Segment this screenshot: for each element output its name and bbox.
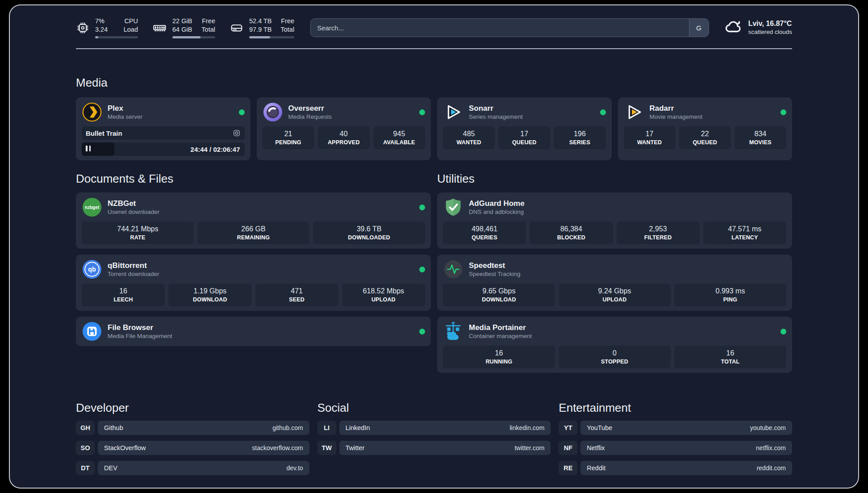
link-tag: LI: [317, 421, 336, 435]
link-name: Twitter: [346, 444, 365, 451]
memory-total-label: Total: [201, 25, 215, 34]
app-name: qBittorrent: [108, 261, 159, 270]
search-engine-button[interactable]: G: [689, 19, 709, 37]
app-desc: DNS and adblocking: [469, 208, 525, 216]
plex-playback-progress: 24:44 / 02:06:47: [82, 142, 245, 156]
link-url: dev.to: [287, 464, 303, 472]
qbittorrent-card[interactable]: qb qBittorrent Torrent downloader 16LEEC…: [76, 255, 431, 311]
section-title-documents: Documents & Files: [76, 171, 431, 186]
stat-box: 945AVAILABLE: [373, 126, 425, 149]
search-input[interactable]: [311, 24, 689, 32]
stat-box: 0.993 msPING: [674, 284, 786, 306]
overseerr-card[interactable]: Overseerr Media Requests 21PENDING 40APP…: [257, 97, 431, 160]
weather-condition: scattered clouds: [748, 28, 792, 36]
link-tag: DT: [76, 461, 95, 475]
stat-label: QUEUED: [681, 139, 729, 146]
dashboard-panel: 7%CPU 3.24Load 22 GiBFree: [9, 4, 859, 489]
plex-icon: [82, 102, 102, 122]
section-title-entertainment: Entertainment: [559, 400, 792, 415]
memory-free-value: 22 GiB: [172, 17, 192, 25]
stat-box: 22QUEUED: [679, 126, 731, 149]
app-desc: Series management: [469, 113, 523, 121]
link-tag: RE: [559, 461, 577, 475]
stat-value: 2,953: [618, 224, 698, 234]
top-bar: 7%CPU 3.24Load 22 GiBFree: [76, 5, 792, 38]
link-url: youtube.com: [750, 424, 786, 431]
svg-text:qb: qb: [88, 266, 96, 273]
app-name: Speedtest: [469, 261, 521, 270]
radarr-card[interactable]: Radarr Movie management 17WANTED 22QUEUE…: [618, 97, 793, 160]
overseerr-icon: [263, 102, 283, 122]
stat-label: QUERIES: [445, 234, 524, 241]
link-name: DEV: [104, 464, 117, 472]
memory-icon: [152, 21, 167, 35]
search-bar[interactable]: G: [310, 18, 709, 37]
plex-card[interactable]: Plex Media server Bullet Train: [76, 97, 250, 160]
disk-total-value: 97.9 TB: [249, 25, 272, 34]
stat-label: UPLOAD: [344, 296, 423, 303]
stat-label: RATE: [83, 234, 192, 241]
stat-value: 40: [320, 129, 368, 138]
app-desc: Media File Management: [108, 332, 172, 340]
stat-value: 22: [681, 129, 729, 138]
link-row-netflix[interactable]: NF Netflixnetflix.com: [559, 441, 792, 455]
link-url: linkedin.com: [510, 424, 545, 431]
stat-label: LEECH: [83, 296, 163, 303]
app-name: Sonarr: [469, 104, 523, 113]
stat-label: SEED: [257, 296, 337, 303]
link-row-stackoverflow[interactable]: SO StackOverflowstackoverflow.com: [76, 441, 309, 455]
link-row-twitter[interactable]: TW Twittertwitter.com: [317, 441, 551, 455]
utilities-section: Utilities AdGuard Home DNS and adbloc: [437, 171, 792, 379]
stat-box: 1.19 GbpsDOWNLOAD: [168, 284, 251, 306]
cpu-stat: 7%CPU 3.24Load: [76, 17, 138, 38]
playback-elapsed-segment: [82, 142, 114, 156]
portainer-card[interactable]: Media Portainer Container management 16R…: [437, 317, 792, 373]
stat-box: 9.65 GbpsDOWNLOAD: [443, 284, 555, 306]
link-row-reddit[interactable]: RE Redditreddit.com: [559, 461, 792, 475]
memory-stat: 22 GiBFree 64 GiBTotal: [152, 17, 215, 38]
app-desc: Speedtest Tracking: [469, 270, 521, 278]
stat-box: 485WANTED: [443, 126, 495, 149]
stat-box: 21PENDING: [263, 126, 314, 149]
stat-value: 1.19 Gbps: [170, 286, 250, 296]
nzbget-card[interactable]: nzbget NZBGet Usenet downloader 744.21 M…: [76, 192, 431, 249]
qbittorrent-icon: qb: [82, 259, 102, 280]
app-name: Media Portainer: [469, 323, 532, 332]
app-name: Overseerr: [288, 104, 332, 113]
system-stats: 7%CPU 3.24Load 22 GiBFree: [76, 17, 294, 38]
link-name: Reddit: [587, 464, 605, 472]
disk-free-label: Free: [281, 17, 294, 25]
app-name: Radarr: [650, 104, 703, 113]
radarr-icon: [624, 102, 644, 122]
link-url: github.com: [272, 424, 303, 431]
link-row-dev[interactable]: DT DEVdev.to: [76, 461, 309, 475]
stat-box: 9.24 GbpsUPLOAD: [559, 284, 671, 306]
stat-value: 485: [445, 129, 493, 138]
speedtest-card[interactable]: Speedtest Speedtest Tracking 9.65 GbpsDO…: [437, 255, 792, 311]
adguard-icon: [443, 197, 463, 217]
stat-label: DOWNLOADED: [315, 234, 423, 241]
sonarr-card[interactable]: Sonarr Series management 485WANTED 17QUE…: [437, 97, 612, 160]
stat-box: 498,461QUERIES: [443, 221, 526, 244]
link-row-linkedin[interactable]: LI LinkedInlinkedin.com: [317, 421, 551, 435]
app-desc: Usenet downloader: [108, 208, 159, 216]
app-desc: Torrent downloader: [108, 270, 159, 278]
stat-value: 196: [555, 129, 604, 138]
stat-box: 196SERIES: [554, 126, 605, 149]
link-tag: NF: [559, 441, 577, 455]
link-url: stackoverflow.com: [252, 444, 303, 451]
stat-label: PENDING: [264, 139, 313, 146]
media-section: Media Plex Media server: [76, 75, 792, 160]
link-row-github[interactable]: GH Githubgithub.com: [76, 421, 309, 435]
adguard-card[interactable]: AdGuard Home DNS and adblocking 498,461Q…: [437, 192, 792, 249]
link-row-youtube[interactable]: YT YouTubeyoutube.com: [559, 421, 792, 435]
stat-value: 17: [500, 129, 548, 138]
status-online-dot: [239, 109, 245, 115]
stat-box: 0STOPPED: [559, 346, 671, 368]
app-desc: Container management: [469, 332, 532, 340]
stat-box: 834MOVIES: [734, 126, 786, 149]
filebrowser-card[interactable]: File Browser Media File Management: [76, 317, 431, 346]
link-url: twitter.com: [514, 444, 544, 451]
stat-value: 16: [83, 286, 163, 296]
status-online-dot: [780, 109, 786, 115]
